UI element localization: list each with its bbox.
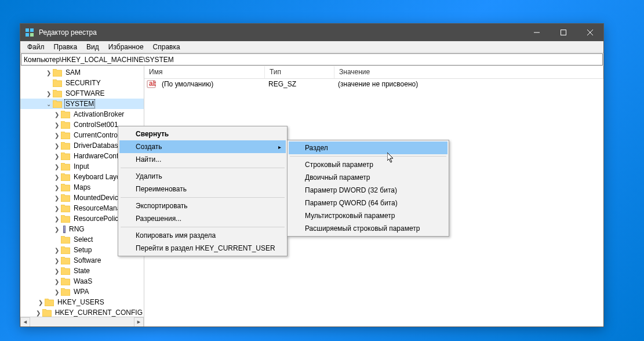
address-text: Компьютер\HKEY_LOCAL_MACHINE\SYSTEM: [24, 56, 174, 64]
value-name: (По умолчанию): [158, 80, 265, 88]
tree-label: Maps: [72, 183, 92, 191]
tree-label: State: [72, 267, 91, 275]
svg-rect-3: [30, 33, 34, 37]
tree-label: Select: [72, 235, 94, 244]
menu-file[interactable]: Файл: [23, 42, 49, 52]
folder-icon: [53, 100, 62, 108]
svg-text:ab: ab: [149, 79, 156, 88]
menu-item[interactable]: Экспортировать: [119, 199, 286, 212]
menu-item[interactable]: Строковый параметр: [289, 158, 447, 171]
menu-view[interactable]: Вид: [82, 42, 104, 52]
tree-toggle-icon[interactable]: ❯: [53, 174, 61, 180]
tree-toggle-icon[interactable]: ❯: [35, 310, 42, 316]
value-type: REG_SZ: [265, 80, 334, 88]
menu-item[interactable]: Удалить: [119, 170, 286, 183]
tree-toggle-icon[interactable]: ❯: [53, 289, 61, 295]
tree-label: ActivationBroker: [72, 110, 125, 118]
tree-toggle-icon[interactable]: ❯: [53, 226, 61, 233]
col-type[interactable]: Тип: [265, 66, 334, 78]
tree-toggle-icon[interactable]: ❯: [53, 164, 61, 170]
menu-help[interactable]: Справка: [148, 42, 185, 52]
scroll-track[interactable]: [30, 317, 134, 327]
menu-item[interactable]: Мультистроковый параметр: [289, 209, 447, 222]
tree-toggle-icon[interactable]: ❯: [53, 195, 61, 201]
scroll-left-button[interactable]: ◄: [20, 317, 30, 327]
close-button[interactable]: [577, 24, 603, 41]
menu-item[interactable]: Свернуть: [119, 128, 286, 140]
menu-item[interactable]: Переименовать: [119, 183, 286, 195]
tree-label: WaaS: [72, 277, 93, 285]
tree-hscrollbar[interactable]: ◄ ►: [20, 317, 144, 327]
folder-icon: [53, 69, 62, 77]
address-bar[interactable]: Компьютер\HKEY_LOCAL_MACHINE\SYSTEM: [21, 53, 603, 66]
tree-toggle-icon[interactable]: ❯: [53, 111, 61, 118]
menu-item[interactable]: Создать▸: [119, 140, 286, 153]
tree-row[interactable]: ❯ActivationBroker: [20, 109, 144, 119]
menu-item[interactable]: Двоичный параметр: [289, 171, 447, 184]
tree-toggle-icon[interactable]: ❯: [53, 257, 61, 264]
menu-item[interactable]: Копировать имя раздела: [119, 229, 286, 242]
tree-toggle-icon[interactable]: ❯: [45, 90, 53, 97]
tree-toggle-icon[interactable]: ❯: [53, 278, 61, 285]
svg-rect-5: [561, 30, 566, 35]
tree-toggle-icon[interactable]: ❯: [53, 268, 61, 274]
scroll-right-button[interactable]: ►: [134, 317, 144, 327]
svg-rect-1: [30, 28, 34, 32]
menubar: Файл Правка Вид Избранное Справка: [20, 41, 603, 53]
col-value[interactable]: Значение: [334, 66, 603, 78]
menu-item[interactable]: Расширяемый строковый параметр: [289, 222, 447, 235]
list-row[interactable]: ab (По умолчанию) REG_SZ (значение не пр…: [144, 79, 603, 89]
titlebar[interactable]: Редактор реестра: [20, 24, 603, 41]
tree-row[interactable]: ❯HKEY_USERS: [20, 297, 144, 307]
folder-icon: [42, 309, 52, 317]
tree-toggle-icon[interactable]: ❯: [53, 247, 61, 253]
tree-toggle-icon[interactable]: ❯: [45, 70, 53, 76]
menu-edit[interactable]: Правка: [49, 42, 82, 52]
tree-label: WPA: [72, 288, 90, 296]
folder-icon: [61, 267, 70, 275]
app-icon: [25, 28, 34, 37]
tree-row[interactable]: ❯SOFTWARE: [20, 88, 144, 99]
tree-label: SOFTWARE: [64, 89, 106, 97]
tree-label: SYSTEM: [64, 99, 95, 108]
tree-toggle-icon[interactable]: ❯: [53, 122, 61, 128]
tree-toggle-icon[interactable]: ❯: [53, 143, 61, 149]
folder-icon: [53, 79, 62, 87]
folder-icon: [61, 246, 70, 254]
tree-row[interactable]: ⌄SYSTEM: [20, 99, 144, 109]
folder-icon: [61, 132, 70, 139]
tree-row[interactable]: ❯WaaS: [20, 276, 144, 286]
menu-item[interactable]: Перейти в раздел HKEY_CURRENT_USER: [119, 242, 286, 255]
tree-toggle-icon[interactable]: ❯: [53, 184, 61, 191]
tree-label: SECURITY: [64, 79, 102, 87]
menu-item[interactable]: Параметр QWORD (64 бита): [289, 197, 447, 209]
menu-item[interactable]: Найти...: [119, 153, 286, 166]
tree-row[interactable]: ❯State: [20, 266, 144, 276]
tree-label: HKEY_USERS: [56, 298, 105, 306]
maximize-button[interactable]: [550, 24, 577, 41]
menu-favorites[interactable]: Избранное: [104, 42, 148, 52]
minimize-button[interactable]: [523, 24, 550, 41]
tree-toggle-icon[interactable]: ❯: [53, 153, 61, 159]
tree-row[interactable]: SECURITY: [20, 78, 144, 88]
tree-toggle-icon[interactable]: ❯: [37, 299, 45, 306]
menu-item[interactable]: Параметр DWORD (32 бита): [289, 184, 447, 197]
tree-row[interactable]: ❯WPA: [20, 286, 144, 297]
tree-toggle-icon[interactable]: ❯: [53, 216, 61, 222]
menu-item[interactable]: Раздел: [289, 142, 447, 154]
tree-toggle-icon[interactable]: ❯: [53, 132, 61, 139]
tree-toggle-icon[interactable]: ❯: [53, 205, 61, 212]
folder-icon: [61, 153, 70, 160]
context-submenu[interactable]: РазделСтроковый параметрДвоичный парамет…: [287, 140, 449, 237]
context-menu[interactable]: СвернутьСоздать▸Найти...УдалитьПереимено…: [118, 126, 288, 256]
menu-item[interactable]: Разрешения...: [119, 212, 286, 225]
tree-row[interactable]: ❯SAM: [20, 67, 144, 78]
tree-row[interactable]: ❯Software: [20, 255, 144, 266]
col-name[interactable]: Имя: [144, 66, 265, 78]
tree-label: Software: [72, 256, 102, 264]
tree-toggle-icon[interactable]: ⌄: [45, 101, 53, 107]
folder-icon: [61, 111, 70, 118]
submenu-arrow-icon: ▸: [278, 144, 281, 150]
tree-label: Setup: [72, 246, 93, 254]
menu-separator: [121, 227, 285, 227]
